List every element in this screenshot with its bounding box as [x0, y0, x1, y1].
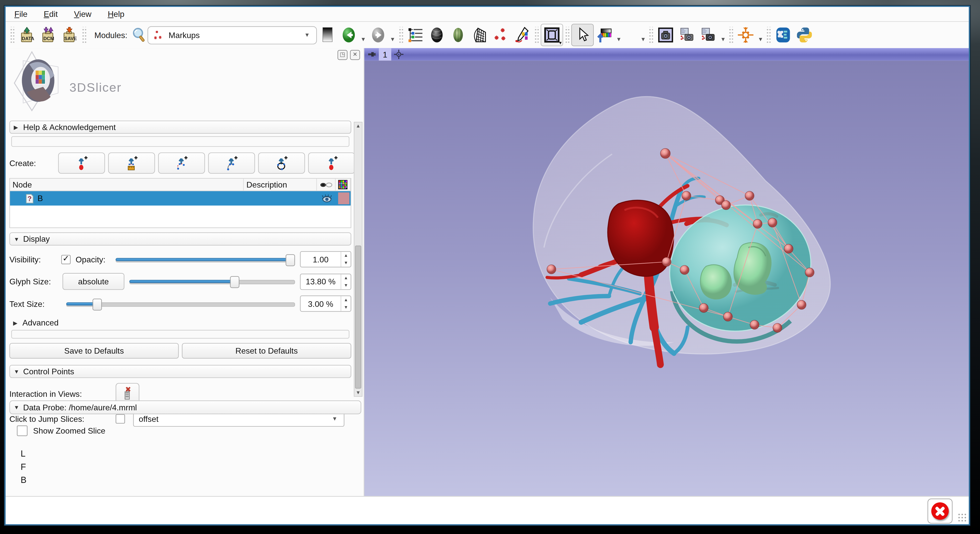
back-button[interactable] — [338, 24, 359, 46]
spin-down-icon[interactable]: ▼ — [341, 304, 351, 311]
jump-slices-checkbox[interactable] — [116, 414, 125, 423]
node-row-B[interactable]: ? B — [10, 191, 351, 205]
text-size-spinbox[interactable]: 3.00 % ▲▼ — [300, 296, 352, 312]
control-point-sphere[interactable] — [723, 312, 732, 321]
visibility-checkbox[interactable] — [61, 254, 71, 264]
place-point-button[interactable] — [593, 24, 615, 46]
control-point-sphere[interactable] — [797, 300, 806, 310]
extensions-button[interactable] — [773, 24, 794, 46]
chevron-down-icon[interactable]: ▼ — [640, 36, 646, 43]
python-button[interactable] — [794, 24, 815, 46]
control-point-sphere[interactable] — [745, 191, 754, 200]
help-collapsed-strip — [11, 136, 349, 147]
create-point-list-button[interactable] — [58, 153, 105, 174]
display-section[interactable]: ▼ Display — [10, 232, 352, 246]
control-point-sphere[interactable] — [682, 191, 691, 200]
spin-down-icon[interactable]: ▼ — [341, 281, 351, 289]
control-point-sphere[interactable] — [662, 257, 671, 267]
save-to-defaults-button[interactable]: Save to Defaults — [10, 343, 179, 358]
control-point-sphere[interactable] — [680, 265, 689, 275]
chevron-down-icon[interactable]: ▼ — [616, 36, 622, 43]
view-crosshair-icon[interactable] — [394, 49, 404, 59]
main-area: ◳ ✕ — [6, 48, 969, 497]
subject-hierarchy-icon — [407, 27, 423, 43]
create-line-button[interactable] — [108, 153, 155, 174]
chevron-down-icon: ▼ — [304, 32, 310, 38]
panel-popout-icon[interactable]: ◳ — [337, 50, 347, 60]
dicom-button[interactable]: DCM — [38, 24, 59, 46]
glyph-size-mode-button[interactable]: absolute — [63, 273, 124, 290]
segment-editor-button[interactable] — [511, 24, 532, 46]
menu-help[interactable]: Help — [108, 10, 124, 19]
layout-button[interactable]: ▾ — [540, 24, 563, 46]
control-point-sphere[interactable] — [768, 218, 777, 227]
scroll-thumb[interactable] — [355, 246, 361, 389]
threed-view-header[interactable]: 1 — [364, 48, 969, 60]
markups-module-button[interactable] — [490, 24, 511, 46]
subject-hierarchy-button[interactable] — [405, 24, 426, 46]
menu-edit[interactable]: Edit — [44, 10, 58, 19]
create-closed-curve-button[interactable] — [258, 153, 305, 174]
menu-view[interactable]: View — [74, 10, 91, 19]
mouse-pointer-button[interactable] — [571, 24, 593, 46]
scroll-up-icon[interactable]: ▲ — [354, 122, 362, 129]
error-log-button[interactable] — [928, 499, 953, 523]
markups-node-table[interactable]: Node Description — [10, 178, 352, 228]
scroll-down-icon[interactable]: ▼ — [354, 389, 362, 396]
module-history-button[interactable] — [317, 24, 338, 46]
threed-viewport[interactable] — [364, 60, 969, 497]
pin-icon[interactable] — [368, 50, 376, 59]
spin-up-icon[interactable]: ▲ — [341, 274, 351, 281]
advanced-section[interactable]: ▶ Advanced — [13, 318, 351, 327]
node-color-swatch[interactable] — [338, 192, 349, 204]
spin-up-icon[interactable]: ▲ — [341, 296, 351, 304]
node-visibility-eye-icon[interactable] — [317, 194, 336, 203]
volumes-button[interactable] — [426, 24, 447, 46]
glyph-size-spinbox[interactable]: 13.80 % ▲▼ — [300, 273, 352, 290]
opacity-slider[interactable] — [116, 254, 295, 265]
glyph-size-slider[interactable] — [129, 276, 295, 287]
control-point-sphere[interactable] — [660, 148, 670, 158]
screenshot-button[interactable] — [655, 24, 676, 46]
crosshair-button[interactable] — [735, 24, 756, 46]
reset-to-defaults-button[interactable]: Reset to Defaults — [182, 343, 352, 358]
data-probe-section[interactable]: ▼ Data Probe: /home/aure/4.mrml — [10, 400, 361, 414]
chevron-down-icon[interactable]: ▼ — [720, 36, 726, 43]
control-point-sphere[interactable] — [805, 268, 814, 277]
scene-capture-button[interactable] — [676, 24, 698, 46]
create-point-button[interactable] — [308, 153, 355, 174]
segmentations-button[interactable] — [447, 24, 469, 46]
control-point-sphere[interactable] — [750, 320, 759, 329]
create-open-curve-button[interactable] — [158, 153, 205, 174]
control-point-sphere[interactable] — [722, 200, 730, 210]
panel-scrollbar[interactable]: ▲ ▼ — [354, 122, 363, 397]
spin-down-icon[interactable]: ▼ — [341, 259, 351, 267]
panel-close-icon[interactable]: ✕ — [350, 50, 360, 60]
spin-up-icon[interactable]: ▲ — [341, 252, 351, 259]
scene-restore-button[interactable] — [698, 24, 719, 46]
opacity-spinbox[interactable]: 1.00 ▲▼ — [300, 251, 352, 267]
control-point-sphere[interactable] — [547, 265, 556, 274]
resize-grip[interactable] — [958, 513, 966, 522]
text-size-slider[interactable] — [66, 299, 295, 309]
menu-file[interactable]: File — [14, 10, 27, 19]
module-selector-combobox[interactable]: Markups▼ — [147, 26, 317, 44]
load-data-button[interactable]: DATA — [16, 24, 38, 46]
save-button[interactable]: SAVE — [59, 24, 80, 46]
control-points-section[interactable]: ▼ Control Points — [10, 365, 352, 378]
chevron-down-icon[interactable]: ▼ — [390, 36, 395, 43]
chevron-down-icon[interactable]: ▼ — [360, 36, 366, 43]
create-curve-button[interactable] — [208, 153, 255, 174]
control-point-sphere[interactable] — [784, 244, 793, 253]
layout-icon — [543, 27, 560, 43]
transforms-button[interactable] — [469, 24, 490, 46]
control-point-sphere[interactable] — [753, 219, 762, 229]
help-acknowledgement-section[interactable]: ▶ Help & Acknowledgement — [10, 121, 352, 134]
forward-button[interactable] — [367, 24, 388, 46]
view-tab-1[interactable]: 1 — [379, 48, 391, 60]
toolbar-separator — [767, 27, 771, 43]
show-zoomed-slice-checkbox[interactable] — [17, 425, 28, 436]
control-point-sphere[interactable] — [699, 303, 708, 313]
control-point-sphere[interactable] — [773, 323, 782, 332]
chevron-down-icon[interactable]: ▼ — [757, 36, 763, 43]
